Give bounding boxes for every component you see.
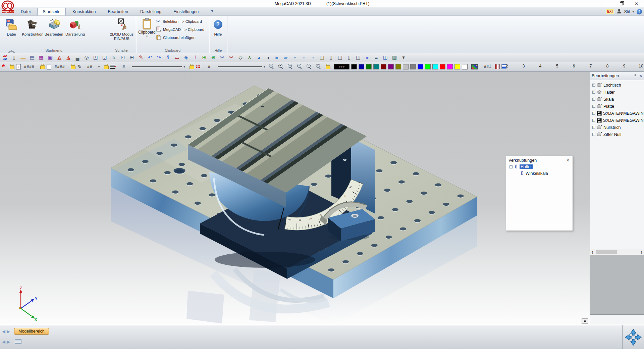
zoom-reduce-icon[interactable]: − [306, 64, 312, 69]
axis-icon[interactable]: ⋏ [246, 54, 254, 61]
color-swatch-2[interactable] [359, 64, 364, 69]
ribbon-bearbeiten-button[interactable]: Bearbeiten [44, 16, 64, 46]
plot-icon[interactable]: ▭ [173, 54, 181, 61]
selektion-clipboard-item[interactable]: ✂ Selektion --> Clipboard [156, 18, 204, 24]
minimize-button[interactable] [599, 0, 614, 7]
linewidth-dropdown-icon[interactable]: ▾ [264, 65, 265, 68]
sheet-b-icon[interactable]: ◱ [101, 54, 109, 61]
sheet-prev-icon[interactable]: ◀ [2, 339, 5, 344]
zoom-extend-icon[interactable]: ⊕ [209, 54, 217, 61]
linetype-icon[interactable] [110, 65, 115, 69]
cut-1-icon[interactable]: ✂ [218, 54, 226, 61]
color-swatch-8[interactable] [403, 64, 409, 69]
clipboard-big-button[interactable]: Clipboard ▾ [138, 16, 156, 41]
ruler-number-4[interactable]: 4 [532, 64, 549, 68]
modellbereich-tab[interactable]: Modellbereich [14, 328, 49, 335]
model-prev-icon[interactable]: ◀ [2, 329, 5, 334]
menu-tab-einstellungen[interactable]: Einstellungen [168, 8, 204, 15]
megacad-logo-icon[interactable]: MegaCAD [1, 0, 14, 14]
linewidth-icon[interactable] [196, 65, 201, 68]
export-screen-icon[interactable]: ⇘ [110, 54, 118, 61]
linetype-lock-icon[interactable] [104, 65, 109, 69]
zoom-previous-icon[interactable]: ↶ [316, 64, 321, 69]
restore-button[interactable] [614, 0, 629, 7]
zoom-in-icon[interactable]: + [297, 64, 303, 69]
opengl-icon[interactable]: ● [363, 54, 371, 61]
stil-selector[interactable]: Stil [624, 9, 630, 14]
delete-redraw-icon[interactable]: ✎ [137, 54, 145, 61]
clipboard-einfuegen-item[interactable]: Clipboard einfügen [156, 35, 204, 41]
zoom-all-icon[interactable]: ↔ [287, 64, 293, 69]
color-swatch-9[interactable] [410, 64, 416, 69]
tree-item-platte[interactable]: +Platte [590, 103, 644, 110]
group-lock-icon[interactable] [40, 65, 45, 69]
viewport-corner-button[interactable] [582, 318, 588, 324]
info-pin-icon[interactable]: ℹ [164, 54, 172, 61]
user-icon[interactable] [617, 9, 622, 15]
sheet-next-icon[interactable]: ◳ [92, 54, 100, 61]
zoom-window-icon[interactable]: ⊞ [200, 54, 208, 61]
pen-dropdown-icon[interactable]: ▾ [98, 65, 100, 68]
cut-2-icon[interactable]: ✂ [227, 54, 235, 61]
sheet-next-icon[interactable]: ▶ [7, 339, 10, 344]
ruler-number-2[interactable]: 2 [498, 64, 515, 68]
layer-lock-icon[interactable] [10, 65, 14, 69]
toolbar-more-icon[interactable]: ▾ [399, 54, 408, 61]
clipboard-dropdown-icon[interactable]: ▾ [146, 35, 148, 38]
color-swatch-7[interactable] [395, 64, 401, 69]
open-drawing-icon[interactable]: ▬ [19, 54, 27, 61]
mode-2d3d-icon[interactable]: 2D3D [1, 54, 9, 61]
solid-cube-icon[interactable]: ■ [273, 54, 281, 61]
solid-box-icon[interactable]: ▰ [282, 54, 290, 61]
ruler-number-7[interactable]: 7 [582, 64, 599, 68]
color-swatch-16[interactable] [462, 64, 468, 69]
render-globe-icon[interactable]: ◕ [255, 54, 263, 61]
sort-grid-icon[interactable]: ▥ [390, 54, 398, 61]
move-cs-icon[interactable]: ◇ [236, 54, 245, 61]
color-lock-icon[interactable] [326, 65, 330, 69]
color-swatch-6[interactable] [388, 64, 394, 69]
group-value-field[interactable]: #### [53, 64, 66, 69]
collapse-icon[interactable]: − [509, 165, 513, 168]
tree-item-halter[interactable]: +Halter [590, 89, 644, 96]
zoom-out-icon[interactable]: − [269, 64, 274, 69]
screen-1-icon[interactable]: ⊡ [119, 54, 127, 61]
view-manager-icon[interactable]: ◈ [182, 54, 190, 61]
structure-tree-icon[interactable]: ≡ [372, 54, 380, 61]
ruler-number-9[interactable]: 9 [616, 64, 633, 68]
color-swatch-4[interactable] [373, 64, 379, 69]
ruler-number-1[interactable]: 1 [482, 64, 498, 68]
expand-icon[interactable]: + [592, 98, 595, 101]
ruler-number-3[interactable]: 3 [515, 64, 532, 68]
linewidth-lock-icon[interactable] [190, 65, 194, 69]
shaded-view-2-icon[interactable]: ◗ [300, 55, 308, 60]
ex-badge[interactable]: EX! [606, 9, 614, 14]
load-part-icon[interactable]: ◭ [55, 54, 63, 61]
wire-cylinder-1-icon[interactable]: ▯ [327, 54, 335, 61]
shaded-view-3-icon[interactable]: ◖ [309, 55, 317, 60]
menu-tab-[interactable]: ? [205, 8, 218, 15]
color-swatch-11[interactable] [425, 64, 431, 69]
expand-icon[interactable]: + [592, 84, 595, 87]
color-swatch-13[interactable] [440, 64, 445, 69]
new-drawing-icon[interactable]: ▯ [10, 54, 18, 61]
expand-icon[interactable]: + [592, 112, 595, 115]
tree-item-skala[interactable]: +Skala [590, 96, 644, 103]
file-manager-icon[interactable]: ▤ [28, 54, 36, 61]
link-item-winkelskala[interactable]: Winkelskala [506, 170, 573, 177]
menu-tab-konstruktion[interactable]: Konstruktion [67, 8, 101, 15]
print-preview-icon[interactable]: ◎ [83, 54, 91, 61]
highlight-marker-icon[interactable]: * [1, 65, 5, 68]
color-swatch-10[interactable] [418, 64, 423, 69]
color-swatch-14[interactable] [447, 64, 453, 69]
color-swatch-12[interactable] [432, 64, 438, 69]
bearbeitungen-close-icon[interactable]: ✕ [639, 74, 642, 78]
layer-value-field[interactable]: #### [22, 64, 36, 69]
scroll-right-icon[interactable]: ❯ [639, 250, 644, 254]
model-next-icon[interactable]: ▶ [7, 329, 10, 334]
layer-select-icon[interactable]: 6 [16, 64, 21, 69]
wire-cylinder-3-icon[interactable]: ▯ [345, 54, 353, 61]
pan-button[interactable] [622, 325, 644, 349]
tree-item-s-daten-megawin-[interactable]: +S:\DATEN\MEGAWIN\ [590, 117, 644, 124]
ribbon-konstruktion-button[interactable]: Konstruktion [22, 16, 43, 46]
